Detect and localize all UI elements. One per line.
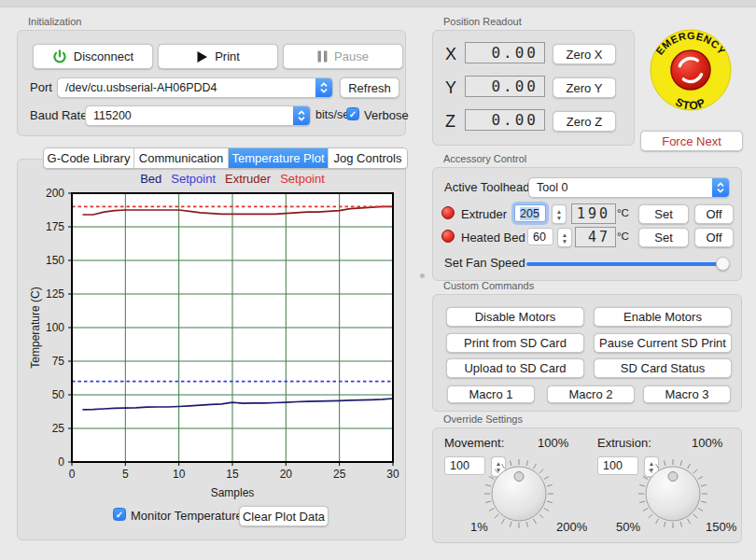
extrusion-max-label: 150% xyxy=(706,520,736,534)
extrusion-knob[interactable] xyxy=(636,455,710,533)
extruder-set-button[interactable]: Set xyxy=(638,204,689,224)
zero-z-button[interactable]: Zero Z xyxy=(553,111,616,132)
axis-x-label: X xyxy=(445,45,456,64)
plot-panel: G-Code Library Communication Temperature… xyxy=(17,159,406,540)
port-label: Port xyxy=(30,80,52,94)
movement-min-label: 1% xyxy=(470,520,488,534)
position-readout-title: Position Readout xyxy=(443,16,635,27)
macro-3-label: Macro 3 xyxy=(665,387,709,401)
popup-chevrons-icon xyxy=(293,106,310,125)
svg-text:30: 30 xyxy=(386,468,399,481)
custom-commands-title: Custom Commands xyxy=(443,280,742,291)
sd-card-status-button[interactable]: SD Card Status xyxy=(594,358,732,378)
zero-x-label: Zero X xyxy=(566,48,602,62)
disconnect-button[interactable]: Disconnect xyxy=(33,44,153,69)
tab-communication[interactable]: Communication xyxy=(134,148,229,168)
macro-2-button[interactable]: Macro 2 xyxy=(547,385,635,403)
active-toolhead-select[interactable]: Tool 0 xyxy=(528,177,730,198)
monitor-temperatures-checkbox[interactable]: ✓ xyxy=(113,508,126,521)
chart-legend: BedSetpointExtruderSetpoint xyxy=(55,172,410,186)
print-from-sd-label: Print from SD Card xyxy=(464,336,567,350)
zero-z-label: Zero Z xyxy=(567,115,602,129)
pause-button[interactable]: Pause xyxy=(283,44,403,69)
tab-temperature-plot[interactable]: Temperature Plot xyxy=(229,148,329,168)
force-next-button[interactable]: Force Next xyxy=(640,131,743,151)
tab-jog-controls[interactable]: Jog Controls xyxy=(329,148,407,168)
print-button[interactable]: Print xyxy=(158,44,278,69)
movement-top-label: 100% xyxy=(538,436,568,450)
print-from-sd-button[interactable]: Print from SD Card xyxy=(446,333,584,353)
popup-chevrons-icon xyxy=(315,78,332,97)
bed-set-button[interactable]: Set xyxy=(638,228,689,247)
extrusion-min-label: 50% xyxy=(616,520,640,534)
bed-off-label: Off xyxy=(706,231,721,245)
sd-card-status-label: SD Card Status xyxy=(621,361,705,375)
baud-rate-select[interactable]: 115200 xyxy=(85,105,311,126)
svg-text:0: 0 xyxy=(58,455,64,469)
port-select[interactable]: /dev/cu.usbserial-AH06PDD4 xyxy=(57,77,333,98)
movement-value: 100 xyxy=(450,459,469,472)
heated-bed-label: Heated Bed xyxy=(461,231,525,245)
macro-1-label: Macro 1 xyxy=(469,387,513,401)
extruder-unit-label: °C xyxy=(617,207,629,218)
extrusion-value: 100 xyxy=(603,459,623,472)
estop-red-button xyxy=(671,50,710,90)
enable-motors-button[interactable]: Enable Motors xyxy=(594,307,732,327)
x-position-display: 0.00 xyxy=(465,42,545,63)
fan-speed-slider[interactable] xyxy=(526,262,728,266)
bed-temp-display: 47 xyxy=(575,227,616,247)
bed-heat-led xyxy=(441,230,455,243)
bed-setpoint-stepper[interactable]: ▲▼ xyxy=(557,228,572,247)
svg-text:75: 75 xyxy=(52,355,65,368)
zero-y-label: Zero Y xyxy=(567,81,603,95)
tab-bar: G-Code Library Communication Temperature… xyxy=(43,147,408,169)
axis-z-label: Z xyxy=(445,112,455,132)
print-label: Print xyxy=(215,49,240,63)
extruder-setpoint-value: 205 xyxy=(520,207,539,220)
svg-text:20: 20 xyxy=(280,468,293,481)
legend-extruder: Extruder xyxy=(225,172,271,186)
upload-to-sd-button[interactable]: Upload to SD Card xyxy=(446,358,584,378)
clear-plot-data-button[interactable]: Clear Plot Data xyxy=(239,506,329,526)
extrusion-input[interactable]: 100 xyxy=(597,456,638,475)
extruder-off-button[interactable]: Off xyxy=(694,204,734,224)
movement-knob[interactable] xyxy=(482,455,556,533)
verbose-checkbox[interactable]: ✓ xyxy=(346,107,359,120)
force-next-label: Force Next xyxy=(662,134,721,148)
window-top-edge xyxy=(0,0,756,7)
zero-y-button[interactable]: Zero Y xyxy=(553,77,616,98)
macro-3-button[interactable]: Macro 3 xyxy=(643,385,731,403)
extrusion-top-label: 100% xyxy=(692,436,722,450)
bed-off-button[interactable]: Off xyxy=(694,228,734,247)
macro-1-button[interactable]: Macro 1 xyxy=(447,385,535,403)
svg-text:15: 15 xyxy=(226,468,239,481)
axis-y-label: Y xyxy=(445,78,456,98)
extruder-setpoint-input[interactable]: 205 xyxy=(514,204,546,222)
position-readout-group: Position Readout X 0.00 Zero X Y 0.00 Ze… xyxy=(432,16,635,146)
active-toolhead-value: Tool 0 xyxy=(529,181,712,194)
tab-gcode-library[interactable]: G-Code Library xyxy=(44,148,134,168)
extrusion-label: Extrusion: xyxy=(597,436,651,450)
z-position-display: 0.00 xyxy=(465,109,545,131)
baud-rate-label: Baud Rate xyxy=(30,108,87,122)
enable-motors-label: Enable Motors xyxy=(623,310,702,324)
emergency-stop-button[interactable]: EMERGENCY STOP xyxy=(648,26,734,114)
pause-sd-print-button[interactable]: Pause Current SD Print xyxy=(594,333,732,353)
extruder-setpoint-stepper[interactable]: ▲▼ xyxy=(552,204,567,224)
movement-input[interactable]: 100 xyxy=(444,456,485,475)
legend-bed-setpoint: Setpoint xyxy=(171,172,216,186)
custom-commands-group: Custom Commands Disable Motors Enable Mo… xyxy=(432,280,742,412)
zero-x-button[interactable]: Zero X xyxy=(553,44,616,64)
disable-motors-button[interactable]: Disable Motors xyxy=(446,307,584,327)
legend-extruder-setpoint: Setpoint xyxy=(280,172,325,186)
override-settings-title: Override Settings xyxy=(443,413,742,425)
fan-speed-thumb[interactable] xyxy=(716,257,730,271)
popup-chevrons-icon xyxy=(712,178,729,197)
pause-label: Pause xyxy=(334,49,369,63)
movement-label: Movement: xyxy=(444,436,504,450)
bed-setpoint-input[interactable]: 60 xyxy=(527,228,553,245)
extruder-temp-display: 190 xyxy=(571,203,616,224)
refresh-button[interactable]: Refresh xyxy=(340,77,399,98)
monitor-temperatures-label: Monitor Temperatures xyxy=(131,509,248,523)
svg-text:0: 0 xyxy=(69,468,76,481)
